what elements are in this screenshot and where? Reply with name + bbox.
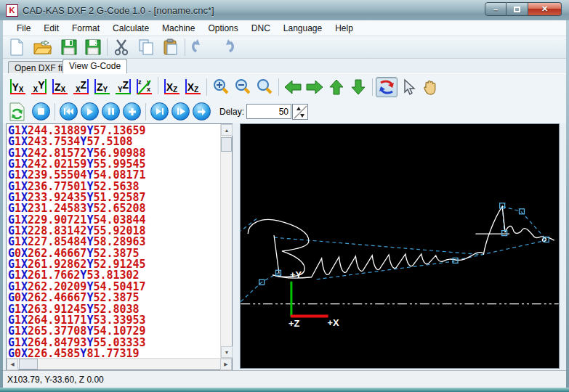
menu-item-calculate[interactable]: Calculate xyxy=(106,21,156,36)
vertical-scroll-thumb[interactable] xyxy=(221,137,232,152)
selection-handles xyxy=(259,203,549,285)
view-x-y-button[interactable]: XY xyxy=(29,77,49,97)
scroll-up-icon[interactable]: ▲ xyxy=(221,124,233,136)
skip-to-start-button[interactable] xyxy=(60,102,78,121)
view-y-z-button[interactable]: YZ xyxy=(113,77,133,97)
scroll-left-icon[interactable]: ◀ xyxy=(7,359,18,370)
window-bottom-frame xyxy=(0,388,569,392)
view-z-x-button[interactable]: ZX xyxy=(50,77,70,97)
window-title: CAD-KAS DXF 2 G-Code 1.0 - [noname.cnc*] xyxy=(23,5,214,16)
gcode-preview-canvas[interactable]: +Y +X +Z xyxy=(240,123,560,369)
z-axis-label: +Z xyxy=(288,318,300,329)
main-toolbar xyxy=(3,36,566,59)
canvas-handle[interactable] xyxy=(502,231,507,236)
step-forward-button[interactable] xyxy=(193,102,211,121)
menubar: FileEditFormatCalculateMachineOptionsDNC… xyxy=(3,20,566,36)
toolpath-drawing[interactable]: +Y +X +Z xyxy=(241,124,559,368)
pan-down-icon[interactable] xyxy=(347,77,369,97)
copy-icon[interactable] xyxy=(135,38,157,57)
minimize-button[interactable]: – xyxy=(485,2,507,16)
titlebar[interactable]: K CAD-KAS DXF 2 G-Code 1.0 - [noname.cnc… xyxy=(0,0,569,20)
tab-bar: Open DXF file View G-Code xyxy=(3,59,566,73)
delay-label: Delay: xyxy=(219,107,244,117)
scroll-right-icon[interactable]: ▶ xyxy=(220,359,232,370)
simulation-toolbar: Delay: xyxy=(3,99,566,123)
gcode-vertical-scrollbar[interactable]: ▲ ▼ xyxy=(220,124,232,358)
menu-item-format[interactable]: Format xyxy=(65,21,106,36)
horizontal-scroll-thumb[interactable] xyxy=(19,359,38,369)
gcode-line[interactable]: G0X226.4585Y81.77319 xyxy=(8,348,219,357)
pan-up-icon[interactable] xyxy=(326,77,347,97)
open-file-icon[interactable] xyxy=(32,38,54,57)
pan-hand-icon[interactable] xyxy=(419,77,441,97)
x-axis-label: +X xyxy=(328,317,340,328)
menu-item-machine[interactable]: Machine xyxy=(156,21,201,36)
toolbar-separator xyxy=(145,103,146,121)
play-button[interactable] xyxy=(81,102,99,121)
canvas-handle[interactable] xyxy=(520,209,525,214)
toolbar-separator xyxy=(185,38,185,56)
stop-button[interactable] xyxy=(32,102,50,121)
view-y-x-button[interactable]: YX xyxy=(8,77,28,97)
app-window: K CAD-KAS DXF 2 G-Code 1.0 - [noname.cnc… xyxy=(0,0,569,392)
new-file-icon[interactable] xyxy=(6,38,28,57)
statusbar: X103.79, Y-33.60, Z 0.00 xyxy=(3,370,566,388)
zoom-in-icon[interactable] xyxy=(210,77,232,97)
view-z-y-button[interactable]: ZY xyxy=(92,77,112,97)
zoom-out-icon[interactable] xyxy=(232,77,254,97)
pan-left-icon[interactable] xyxy=(282,77,304,97)
cut-icon[interactable] xyxy=(110,38,132,57)
paste-icon[interactable] xyxy=(160,38,182,57)
menu-item-language[interactable]: Language xyxy=(277,21,328,36)
toolbar-separator xyxy=(278,78,279,96)
pause-button[interactable] xyxy=(102,102,120,121)
select-pointer-icon[interactable] xyxy=(398,77,419,97)
undo-icon[interactable] xyxy=(188,38,210,57)
content-area: G1X244.31889Y57.13659G1X243.7534Y57.5108… xyxy=(3,123,566,370)
zoom-reset-icon[interactable] xyxy=(254,77,275,97)
view-x-z-front-button[interactable]: XZ xyxy=(162,77,182,97)
view-3d-button[interactable]: zyx xyxy=(134,77,154,97)
rotate-view-icon[interactable] xyxy=(376,77,398,97)
tab-view-g-code[interactable]: View G-Code xyxy=(62,59,127,73)
view-x-z-button[interactable]: XZ xyxy=(71,77,91,97)
toolbar-separator xyxy=(55,103,55,121)
toolbar-separator xyxy=(206,78,207,96)
app-logo-icon: K xyxy=(6,4,18,17)
rapid-move-paths xyxy=(241,206,546,301)
step-pause-button[interactable] xyxy=(171,102,190,121)
scroll-down-icon[interactable]: ▼ xyxy=(221,346,233,358)
toolbar-separator xyxy=(372,78,373,96)
y-axis-label: +Y xyxy=(290,269,302,280)
save-file-icon[interactable] xyxy=(58,38,80,57)
save-as-icon[interactable] xyxy=(82,38,104,57)
menu-item-help[interactable]: Help xyxy=(328,21,360,36)
cut-path-signature xyxy=(248,206,554,278)
position-readout: X103.79, Y-33.60, Z 0.00 xyxy=(7,375,104,385)
gcode-list-panel[interactable]: G1X244.31889Y57.13659G1X243.7534Y57.5108… xyxy=(6,123,233,370)
toolbar-separator xyxy=(158,77,158,94)
play-to-end-button[interactable] xyxy=(150,102,169,121)
menu-item-dnc[interactable]: DNC xyxy=(245,21,277,36)
close-button[interactable]: ✕ xyxy=(528,2,562,16)
pan-right-icon[interactable] xyxy=(304,77,326,97)
menu-item-file[interactable]: File xyxy=(10,21,37,36)
delay-spinner[interactable] xyxy=(292,104,308,120)
add-button[interactable] xyxy=(123,102,141,121)
gcode-horizontal-scrollbar[interactable]: ◀ ▶ xyxy=(7,358,232,369)
maximize-button[interactable] xyxy=(507,2,528,16)
redo-icon[interactable] xyxy=(216,38,238,57)
toolbar-separator xyxy=(107,38,108,56)
menu-item-options[interactable]: Options xyxy=(201,21,244,36)
gcode-lines[interactable]: G1X244.31889Y57.13659G1X243.7534Y57.5108… xyxy=(8,126,219,357)
recalculate-gcode-icon[interactable] xyxy=(6,102,28,121)
menu-item-edit[interactable]: Edit xyxy=(37,21,65,36)
view-toolbar: YXXYZXXZZYYZzyxXZXZ xyxy=(3,73,566,99)
view-x-z-back-button[interactable]: XZ xyxy=(183,77,203,97)
delay-input[interactable] xyxy=(246,104,291,119)
